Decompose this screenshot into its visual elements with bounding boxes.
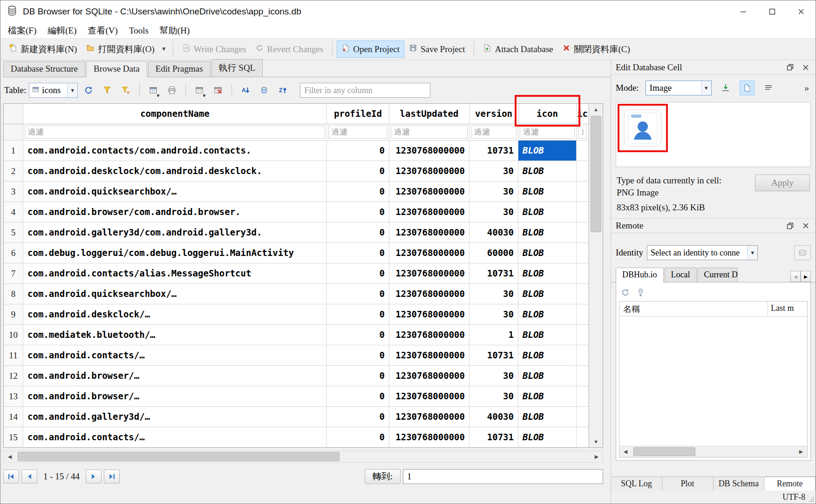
mode-select[interactable]: Image ▼	[646, 81, 712, 95]
import-data-button[interactable]	[718, 81, 733, 95]
remote-list-body[interactable]	[619, 316, 807, 446]
cell-icon[interactable]: BLOB	[518, 284, 577, 304]
cell-icon[interactable]: BLOB	[518, 181, 577, 202]
cell-icon[interactable]: BLOB	[518, 345, 577, 366]
cell-lastUpdated[interactable]: 1230768000000	[389, 263, 469, 284]
cell-componentName[interactable]: com.android.contacts/com.android.contact…	[23, 141, 327, 161]
column-header-componentName[interactable]: componentName	[23, 104, 327, 124]
cell-componentName[interactable]: com.debug.loggerui/com.debug.loggerui.Ma…	[23, 243, 327, 263]
menu-edit[interactable]: 編輯(E)	[42, 24, 82, 38]
cell-version[interactable]: 30	[469, 181, 518, 202]
cell-lastUpdated[interactable]: 1230768000000	[389, 141, 469, 161]
cell-profileId[interactable]: 0	[327, 263, 389, 284]
column-header-lastUpdated[interactable]: lastUpdated	[389, 104, 469, 124]
column-header-icon[interactable]: icon	[518, 104, 577, 124]
print-button[interactable]	[164, 82, 180, 98]
cell-profileId[interactable]: 0	[327, 345, 389, 366]
filter-icon-input[interactable]	[520, 126, 575, 139]
cell-extra[interactable]	[577, 304, 589, 325]
open-database-dropdown-caret[interactable]: ▼	[159, 46, 169, 53]
cell-icon[interactable]: BLOB	[518, 202, 577, 222]
cell-extra[interactable]	[577, 386, 589, 407]
tab-scroll-left-icon[interactable]: ◀	[790, 271, 801, 282]
cell-lastUpdated[interactable]: 1230768000000	[389, 325, 469, 345]
cell-version[interactable]: 10731	[469, 427, 518, 447]
cell-extra[interactable]	[577, 325, 589, 345]
cell-icon[interactable]: BLOB	[518, 366, 577, 386]
cell-lastUpdated[interactable]: 1230768000000	[389, 222, 469, 243]
cell-version[interactable]: 30	[469, 161, 518, 181]
cell-icon[interactable]: BLOB	[518, 263, 577, 284]
cell-profileId[interactable]: 0	[327, 243, 389, 263]
cell-version[interactable]: 1	[469, 325, 518, 345]
cell-profileId[interactable]: 0	[327, 202, 389, 222]
scroll-left-icon[interactable]: ◀	[619, 446, 632, 457]
cell-componentName[interactable]: com.android.browser/com.android.browser.	[23, 202, 327, 222]
cell-componentName[interactable]: com.android.deskclock/com.android.deskcl…	[23, 161, 327, 181]
scroll-up-icon[interactable]: ▲	[589, 104, 603, 115]
cell-profileId[interactable]: 0	[327, 222, 389, 243]
cell-lastUpdated[interactable]: 1230768000000	[389, 284, 469, 304]
cell-lastUpdated[interactable]: 1230768000000	[389, 304, 469, 325]
revert-changes-button[interactable]: Revert Changes	[251, 40, 328, 58]
cell-icon[interactable]: BLOB	[518, 243, 577, 263]
identity-select[interactable]: Select an identity to conne ▼	[647, 245, 758, 260]
new-database-button[interactable]: 新建資料庫(N)	[4, 40, 82, 59]
table-select[interactable]: icons ▼	[29, 83, 78, 98]
blob-image-thumbnail[interactable]	[624, 109, 662, 147]
cell-version[interactable]: 30	[469, 284, 518, 304]
resize-grip-icon[interactable]	[809, 497, 814, 502]
cell-profileId[interactable]: 0	[327, 386, 389, 407]
cell-icon[interactable]: BLOB	[518, 407, 577, 427]
cell-componentName[interactable]: com.android.contacts/alias.MessageShortc…	[23, 263, 327, 284]
scroll-right-icon[interactable]: ▶	[591, 451, 603, 462]
float-panel-icon[interactable]	[785, 62, 795, 73]
cell-extra[interactable]	[577, 284, 589, 304]
cell-lastUpdated[interactable]: 1230768000000	[389, 366, 469, 386]
remote-refresh-button[interactable]	[621, 288, 630, 299]
new-record-button[interactable]: ▼	[191, 82, 207, 98]
row-number[interactable]: 1	[4, 141, 23, 161]
cell-componentName[interactable]: com.android.contacts/…	[23, 345, 327, 366]
remote-column-last-modified[interactable]: Last m	[768, 302, 807, 316]
cell-extra[interactable]	[577, 181, 589, 202]
row-number[interactable]: 6	[4, 243, 23, 263]
identity-certificate-button[interactable]	[794, 245, 811, 260]
filter-componentName-input[interactable]	[25, 126, 325, 139]
row-number[interactable]: 8	[4, 284, 23, 304]
last-page-button[interactable]	[104, 470, 120, 484]
menu-tools[interactable]: Tools	[123, 25, 154, 37]
filter-version-input[interactable]	[471, 126, 517, 139]
cell-lastUpdated[interactable]: 1230768000000	[389, 345, 469, 366]
tab-execute-sql[interactable]: 執行 SQL	[211, 59, 263, 77]
export-data-button[interactable]	[740, 81, 755, 95]
filter-button[interactable]	[99, 82, 115, 98]
row-number[interactable]: 4	[4, 202, 23, 222]
filter-lastUpdated-input[interactable]	[391, 126, 468, 139]
attach-database-button[interactable]: Attach Database	[478, 40, 558, 58]
remote-clone-button[interactable]	[636, 288, 645, 299]
scroll-right-icon[interactable]: ▶	[795, 446, 807, 457]
cell-componentName[interactable]: com.android.deskclock/…	[23, 304, 327, 325]
remote-list-scrollbar[interactable]: ◀ ▶	[619, 446, 807, 457]
float-panel-icon[interactable]	[785, 221, 795, 231]
sort-asc-button[interactable]: A	[238, 82, 253, 98]
filter-extra-input[interactable]	[578, 126, 587, 139]
cell-lastUpdated[interactable]: 1230768000000	[389, 386, 469, 407]
minimize-button[interactable]	[729, 0, 758, 23]
remote-scroll-thumb[interactable]	[633, 447, 695, 456]
cell-profileId[interactable]: 0	[327, 407, 389, 427]
column-header-profileId[interactable]: profileId	[327, 104, 389, 124]
cell-extra[interactable]	[577, 263, 589, 284]
dock-tab-remote[interactable]: Remote	[764, 477, 816, 491]
cell-componentName[interactable]: com.android.gallery3d/…	[23, 407, 327, 427]
cell-version[interactable]: 40030	[469, 222, 518, 243]
row-number[interactable]: 15	[4, 427, 23, 447]
row-number[interactable]: 7	[4, 263, 23, 284]
cell-icon[interactable]: BLOB	[518, 386, 577, 407]
grid-horizontal-scrollbar[interactable]: ◀ ▶	[3, 450, 603, 463]
cell-profileId[interactable]: 0	[327, 304, 389, 325]
row-number[interactable]: 9	[4, 304, 23, 325]
cell-lastUpdated[interactable]: 1230768000000	[389, 161, 469, 181]
cell-version[interactable]: 30	[469, 366, 518, 386]
